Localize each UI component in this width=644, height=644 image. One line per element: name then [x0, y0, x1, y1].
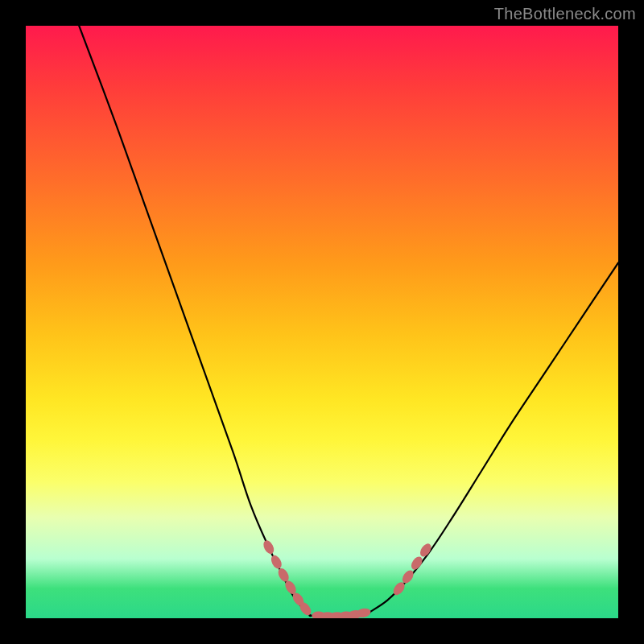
curve-svg — [26, 26, 618, 618]
chart-frame: TheBottleneck.com — [0, 0, 644, 644]
bead — [269, 554, 283, 571]
plot-area — [26, 26, 618, 618]
watermark-text: TheBottleneck.com — [494, 5, 636, 23]
data-beads — [262, 539, 434, 618]
bead — [262, 539, 276, 555]
bottleneck-curve — [79, 26, 618, 617]
